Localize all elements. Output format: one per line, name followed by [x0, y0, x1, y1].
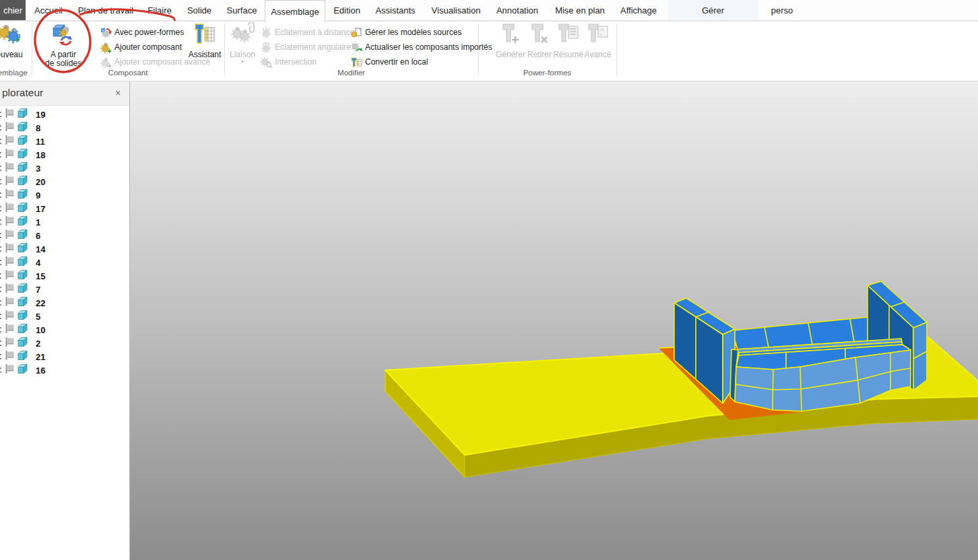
tree-expander-stub: [0, 138, 2, 145]
gerer-modeles-sources-button[interactable]: Gérer les modèles sources: [350, 26, 461, 39]
eclatement-distance-icon: [260, 27, 272, 38]
tab-perso[interactable]: perso: [765, 0, 799, 20]
assistant-button[interactable]: Assistant: [186, 22, 224, 59]
tab-assemblage[interactable]: Assemblage: [265, 0, 325, 22]
tree-item[interactable]: 21: [0, 350, 129, 363]
flag-icon: [5, 350, 15, 363]
tree-item[interactable]: 18: [0, 148, 129, 162]
actualiser-composants-icon: [350, 42, 362, 53]
tree-item[interactable]: 7: [0, 283, 129, 296]
tree-item[interactable]: 8: [0, 121, 129, 135]
flag-icon: [5, 202, 15, 215]
solid-cube-icon: [17, 337, 28, 350]
tab-assistants[interactable]: Assistants: [372, 0, 418, 20]
ajouter-composant-avance-icon: [100, 57, 112, 68]
tree-item[interactable]: 11: [0, 135, 129, 148]
gerer-modeles-sources-icon: [350, 27, 362, 38]
ajouter-composant-icon: [100, 42, 112, 53]
solid-cube-icon: [17, 121, 28, 135]
avec-power-formes-button[interactable]: Avec power-formes: [100, 26, 184, 39]
flag-icon: [5, 121, 15, 135]
tree-item[interactable]: 5: [0, 310, 129, 323]
solid-number-label: 7: [36, 285, 40, 295]
tree-expander-stub: [0, 178, 2, 185]
solid-number-label: 14: [36, 244, 45, 254]
solid-number-label: 22: [36, 298, 45, 308]
tab-fichier[interactable]: chier: [0, 0, 26, 20]
tree-item[interactable]: 15: [0, 269, 129, 283]
convertir-en-local-label: Convertir en local: [365, 57, 428, 67]
ribbon: ouveau semblage A partir de solides: [0, 22, 978, 81]
gerer-modeles-sources-label: Gérer les modèles sources: [365, 28, 461, 37]
tree-expander-stub: [0, 111, 2, 118]
resume-button: Résumé: [554, 22, 583, 59]
a-partir-de-solides-icon: [50, 22, 77, 49]
solid-number-label: 21: [36, 352, 45, 362]
tab-plan-de-travail[interactable]: Plan de travail: [77, 0, 135, 20]
liaison-button: Liaison ▾: [228, 22, 257, 65]
avec-power-formes-icon: [100, 27, 112, 38]
a-partir-de-solides-button[interactable]: A partir de solides: [36, 22, 90, 68]
tree-item[interactable]: 2: [0, 337, 129, 350]
tree-item[interactable]: 1: [0, 215, 129, 229]
tree-item[interactable]: 19: [0, 108, 129, 121]
tree-expander-stub: [0, 326, 2, 333]
tab-accueil[interactable]: Accueil: [30, 0, 67, 20]
tree-expander-stub: [0, 259, 2, 266]
solid-cube-icon: [17, 242, 28, 256]
3d-viewport[interactable]: [130, 81, 978, 560]
tree-item[interactable]: 4: [0, 256, 129, 269]
liaison-dropdown-caret: ▾: [241, 59, 244, 65]
3d-scene: [130, 81, 978, 560]
ajouter-composant-button[interactable]: Ajouter composant: [100, 40, 182, 54]
tab-surface[interactable]: Surface: [225, 0, 259, 20]
tree-item[interactable]: 10: [0, 323, 129, 337]
tab-annotation[interactable]: Annotation: [492, 0, 543, 20]
flag-icon: [5, 256, 15, 269]
intersection-icon: [260, 57, 272, 68]
tree-expander-stub: [0, 232, 2, 239]
solid-number-label: 16: [36, 365, 45, 376]
generer-button: Générer: [496, 22, 525, 59]
tab-filaire[interactable]: Filaire: [143, 0, 176, 20]
ajouter-composant-label: Ajouter composant: [115, 42, 182, 52]
tab-mise-en-plan[interactable]: Mise en plan: [554, 0, 606, 20]
flag-icon: [5, 215, 15, 229]
tree-item[interactable]: 6: [0, 229, 129, 242]
flag-icon: [5, 296, 15, 310]
tree-item[interactable]: 22: [0, 296, 129, 310]
solid-cube-icon: [17, 310, 28, 323]
flag-icon: [5, 363, 15, 377]
explorer-title: plorateur: [2, 87, 43, 99]
solid-number-label: 8: [36, 123, 40, 133]
tree-item[interactable]: 3: [0, 162, 129, 175]
convertir-en-local-button[interactable]: Convertir en local: [350, 55, 428, 69]
actualiser-composants-label: Actualiser les composants importés: [365, 42, 492, 52]
solid-cube-icon: [17, 135, 28, 148]
tree-expander-stub: [0, 313, 2, 320]
tab-visualisation[interactable]: Visualisation: [429, 0, 483, 20]
generer-icon: [499, 22, 522, 49]
solid-number-label: 2: [36, 339, 40, 349]
tree-item[interactable]: 14: [0, 242, 129, 256]
tab-affichage[interactable]: Affichage: [617, 0, 660, 20]
flag-icon: [5, 269, 15, 283]
tab-gerer[interactable]: Gérer: [668, 0, 758, 20]
tree-item[interactable]: 16: [0, 363, 129, 377]
actualiser-composants-button[interactable]: Actualiser les composants importés: [350, 40, 492, 54]
tree-item[interactable]: 17: [0, 202, 129, 215]
solid-cube-icon: [17, 175, 28, 188]
convertir-en-local-icon: [350, 57, 362, 68]
retirer-label: Retirer: [527, 50, 552, 59]
solid-cube-icon: [17, 229, 28, 242]
tree-item[interactable]: 20: [0, 175, 129, 188]
svg-text:n...: n...: [599, 32, 606, 36]
solid-number-label: 6: [36, 231, 40, 241]
tab-edition[interactable]: Edition: [330, 0, 364, 20]
avance-button: n1 n... Avancé: [583, 22, 613, 59]
nouveau-assemblage-button[interactable]: ouveau: [0, 22, 30, 59]
tree-item[interactable]: 9: [0, 188, 129, 202]
explorer-panel: plorateur ×: [0, 81, 130, 560]
tab-solide[interactable]: Solide: [183, 0, 216, 20]
explorer-close-icon[interactable]: ×: [112, 88, 123, 98]
